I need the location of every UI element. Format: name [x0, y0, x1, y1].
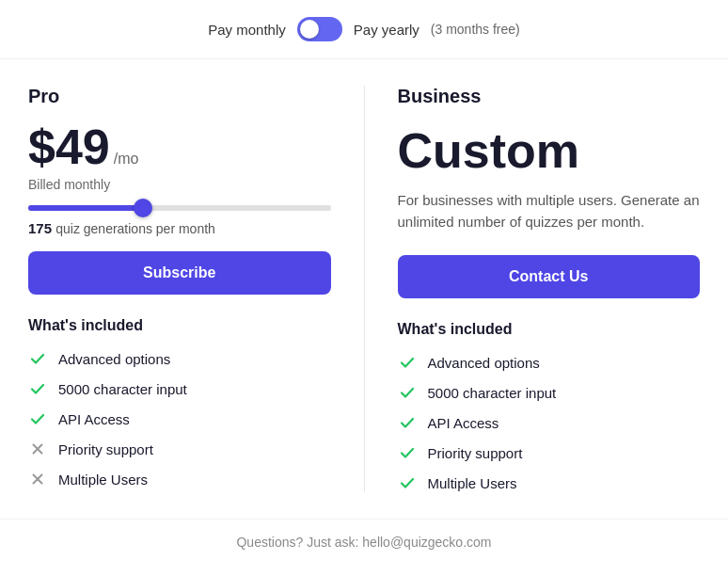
billing-toggle[interactable]: [297, 17, 342, 41]
feature-label: Advanced options: [428, 355, 540, 371]
x-icon: [28, 470, 47, 488]
plans-container: Pro $49 /mo Billed monthly 175 quiz gene…: [0, 59, 728, 519]
slider-thumb: [134, 199, 152, 217]
subscribe-button[interactable]: Subscribe: [28, 251, 331, 295]
check-icon: [398, 413, 417, 432]
check-icon: [398, 473, 417, 492]
check-icon: [398, 443, 417, 462]
list-item: API Access: [398, 413, 701, 432]
business-description: For businesses with multiple users. Gene…: [398, 190, 701, 232]
toggle-track: [297, 17, 342, 41]
check-icon: [28, 379, 47, 398]
pay-monthly-label: Pay monthly: [208, 22, 286, 38]
list-item: Multiple Users: [28, 470, 331, 488]
pro-price-period: /mo: [114, 151, 139, 168]
feature-label: API Access: [428, 415, 499, 431]
plan-divider: [364, 86, 365, 492]
pro-price-amount: $49: [28, 122, 110, 171]
pro-plan: Pro $49 /mo Billed monthly 175 quiz gene…: [28, 86, 331, 492]
list-item: Advanced options: [398, 353, 701, 372]
pro-billing-note: Billed monthly: [28, 177, 331, 192]
feature-label: Multiple Users: [428, 475, 517, 491]
pay-yearly-label: Pay yearly: [354, 22, 419, 38]
slider-fill: [28, 205, 143, 211]
check-icon: [28, 349, 47, 368]
contact-us-button[interactable]: Contact Us: [398, 255, 701, 298]
business-whats-included-title: What's included: [398, 321, 701, 338]
feature-label: Priority support: [428, 445, 523, 461]
slider-number: 175: [28, 220, 52, 236]
list-item: Multiple Users: [398, 473, 701, 492]
feature-label: API Access: [58, 411, 130, 427]
list-item: 5000 character input: [398, 383, 701, 402]
toggle-thumb: [300, 20, 319, 39]
check-icon: [398, 353, 417, 372]
footer-text: Questions? Just ask: hello@quizgecko.com: [236, 535, 491, 550]
business-plan-name: Business: [398, 86, 701, 107]
feature-label: 5000 character input: [428, 385, 557, 401]
x-icon: [28, 440, 47, 458]
list-item: 5000 character input: [28, 379, 331, 398]
pro-whats-included-title: What's included: [28, 317, 331, 334]
billing-toggle-bar: Pay monthly Pay yearly (3 months free): [0, 0, 728, 59]
check-icon: [28, 409, 47, 428]
quiz-slider-container[interactable]: [28, 205, 331, 211]
list-item: Advanced options: [28, 349, 331, 368]
pro-plan-price: $49 /mo: [28, 122, 331, 171]
list-item: Priority support: [28, 440, 331, 458]
slider-value-display: 175 quiz generations per month: [28, 220, 331, 236]
business-plan: Business Custom For businesses with mult…: [398, 86, 701, 492]
list-item: API Access: [28, 409, 331, 428]
free-badge: (3 months free): [431, 22, 520, 37]
footer-bar: Questions? Just ask: hello@quizgecko.com: [0, 519, 728, 565]
feature-label: Priority support: [58, 441, 153, 457]
slider-text: quiz generations per month: [55, 221, 215, 236]
check-icon: [398, 383, 417, 402]
pro-plan-name: Pro: [28, 86, 331, 107]
business-price: Custom: [398, 122, 701, 179]
feature-label: Advanced options: [58, 351, 170, 367]
slider-track: [28, 205, 331, 211]
list-item: Priority support: [398, 443, 701, 462]
business-feature-list: Advanced options 5000 character input AP…: [398, 353, 701, 492]
feature-label: 5000 character input: [58, 381, 187, 397]
feature-label: Multiple Users: [58, 472, 148, 488]
pro-feature-list: Advanced options 5000 character input AP…: [28, 349, 331, 488]
